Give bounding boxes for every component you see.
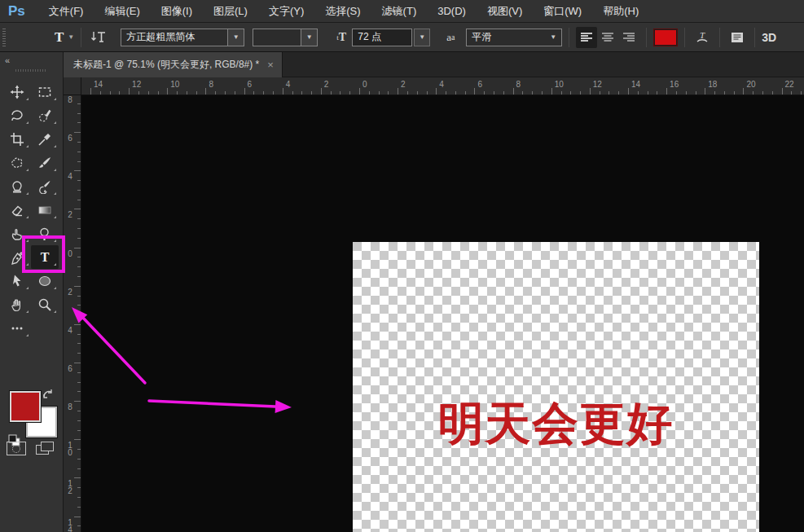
quick-mask-button[interactable] xyxy=(7,442,26,455)
document-canvas[interactable]: 明天会更好 xyxy=(353,242,759,532)
hand-tool[interactable] xyxy=(3,292,31,316)
smudge-tool[interactable] xyxy=(3,222,31,245)
foreground-color-swatch[interactable] xyxy=(10,391,41,422)
close-tab-icon[interactable]: × xyxy=(267,59,274,71)
text-color-swatch[interactable] xyxy=(653,29,678,46)
ruler-tick xyxy=(417,91,418,95)
tools-panel: « T xyxy=(0,52,64,532)
ruler-label: 4 xyxy=(439,80,444,89)
menu-item-view[interactable]: 视图(V) xyxy=(477,0,533,22)
warp-text-button[interactable]: T xyxy=(692,27,713,48)
tool-row xyxy=(3,127,62,151)
menu-item-image[interactable]: 图像(I) xyxy=(151,0,203,22)
collapse-panel-button[interactable]: « xyxy=(5,55,9,65)
tool-row xyxy=(3,316,62,340)
ruler-tick xyxy=(74,517,81,517)
3d-button[interactable]: 3D xyxy=(762,31,776,44)
menu-item-edit[interactable]: 编辑(E) xyxy=(94,0,150,22)
ruler-tick xyxy=(90,88,91,95)
eraser-tool[interactable] xyxy=(3,198,31,222)
ruler-tick xyxy=(494,91,494,95)
ellipse-shape-icon xyxy=(37,274,52,288)
font-style-select[interactable]: ▼ xyxy=(253,29,318,46)
ruler-tick xyxy=(74,286,81,287)
canvas-text-layer[interactable]: 明天会更好 xyxy=(353,394,759,455)
menu-item-select[interactable]: 选择(S) xyxy=(314,0,371,22)
screen-mode-button[interactable] xyxy=(36,442,55,455)
dodge-tool[interactable] xyxy=(31,222,59,245)
ruler-tick xyxy=(77,113,81,114)
horizontal-ruler[interactable]: 14121086420246810121416182022 xyxy=(81,77,804,95)
tool-preset-picker[interactable]: T ▼ xyxy=(55,29,74,46)
chevron-down-icon[interactable]: ▼ xyxy=(414,29,430,46)
menu-item-filter[interactable]: 滤镜(T) xyxy=(371,0,428,22)
crop-tool[interactable] xyxy=(3,127,31,151)
align-right-icon xyxy=(622,30,636,45)
ruler-corner[interactable] xyxy=(64,77,81,95)
align-left-button[interactable] xyxy=(576,27,597,48)
brush-icon xyxy=(37,156,52,170)
ruler-tick xyxy=(407,91,408,95)
font-family-select[interactable]: 方正超粗黑简体 ▼ xyxy=(121,29,244,46)
canvas-pasteboard[interactable]: 明天会更好 xyxy=(81,95,804,532)
ruler-tick xyxy=(77,487,81,488)
align-center-button[interactable] xyxy=(597,27,618,48)
quick-select-tool[interactable] xyxy=(31,103,59,127)
font-size-select[interactable]: 72 点 ▼ xyxy=(352,29,430,46)
ruler-tick xyxy=(77,507,81,508)
clone-stamp-tool[interactable] xyxy=(3,174,31,198)
ruler-tick xyxy=(465,91,466,95)
tool-options-bar: T ▼ 方正超粗黑简体 ▼ ▼ tT 72 点 ▼ aa 平滑 ▼ xyxy=(0,23,804,52)
ruler-tick xyxy=(77,276,81,277)
anti-alias-select[interactable]: 平滑 ▼ xyxy=(466,29,562,46)
menu-item-help[interactable]: 帮助(H) xyxy=(592,0,649,22)
ruler-label: 10 xyxy=(555,80,564,89)
ruler-tick xyxy=(77,152,81,152)
ruler-label: 2 xyxy=(65,288,75,296)
type-tool-icon: T xyxy=(55,29,64,46)
toggle-panels-button[interactable] xyxy=(727,27,748,48)
ellipse-shape-tool[interactable] xyxy=(31,269,59,292)
menu-item-file[interactable]: 文件(F) xyxy=(38,0,94,22)
ruler-tick xyxy=(77,200,81,200)
rect-marquee-tool[interactable] xyxy=(31,80,59,103)
pen-tool[interactable] xyxy=(3,245,31,269)
type-tool[interactable]: T xyxy=(31,245,59,269)
ruler-tick xyxy=(311,91,312,95)
zoom-tool[interactable] xyxy=(31,292,59,316)
pen-icon xyxy=(10,250,24,265)
ruler-tick xyxy=(369,91,370,95)
menu-item-3d[interactable]: 3D(D) xyxy=(427,0,477,22)
ruler-tick xyxy=(522,91,523,95)
swap-colors-icon[interactable] xyxy=(42,388,55,404)
crop-icon xyxy=(10,132,24,147)
align-right-button[interactable] xyxy=(618,27,639,48)
text-orientation-toggle[interactable] xyxy=(88,27,109,48)
vertical-ruler[interactable]: 8642024681 01 21 4 xyxy=(64,95,81,532)
lasso-tool[interactable] xyxy=(3,103,31,127)
more-tools-tool[interactable] xyxy=(3,316,31,340)
ruler-tick xyxy=(167,88,168,95)
menu-item-window[interactable]: 窗口(W) xyxy=(533,0,592,22)
align-center-icon xyxy=(600,30,615,45)
lasso-icon xyxy=(10,108,24,123)
path-select-tool[interactable] xyxy=(3,269,31,292)
menu-item-type[interactable]: 文字(Y) xyxy=(258,0,314,22)
patch-tool[interactable] xyxy=(3,151,31,174)
brush-tool[interactable] xyxy=(31,151,59,174)
ruler-tick xyxy=(608,91,609,95)
panel-grip-handle[interactable] xyxy=(15,69,46,72)
menu-item-layer[interactable]: 图层(L) xyxy=(203,0,258,22)
move-tool[interactable] xyxy=(3,80,31,103)
history-brush-icon xyxy=(37,179,52,194)
ruler-tick xyxy=(196,91,197,95)
tool-row: T xyxy=(3,245,62,269)
gradient-tool[interactable] xyxy=(31,198,59,222)
font-size-value[interactable]: 72 点 xyxy=(352,29,412,46)
options-grip-handle[interactable] xyxy=(2,29,6,46)
history-brush-tool[interactable] xyxy=(31,174,59,198)
separator xyxy=(646,28,647,47)
document-tab[interactable]: 未标题-1 @ 75.1% (明天会更好, RGB/8#) * × xyxy=(64,52,283,77)
ruler-label: 12 xyxy=(132,80,141,89)
eyedropper-tool[interactable] xyxy=(31,127,59,151)
